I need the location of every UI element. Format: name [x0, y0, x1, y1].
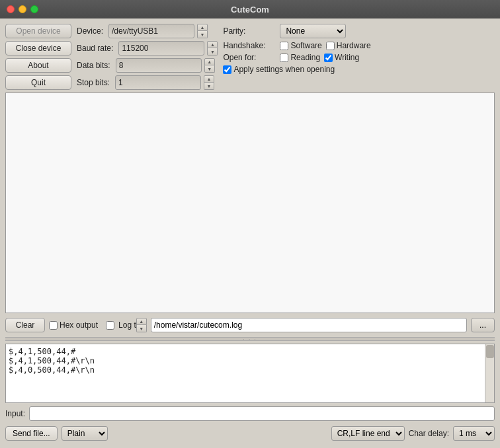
- app-title: CuteCom: [231, 5, 269, 15]
- terminal-area[interactable]: [5, 93, 495, 313]
- baud-rate-input[interactable]: [118, 41, 204, 56]
- software-checkbox[interactable]: [280, 42, 288, 50]
- stop-bits-down-arrow[interactable]: ▼: [204, 83, 214, 90]
- baud-rate-spinner[interactable]: ▲ ▼: [207, 41, 218, 56]
- output-line-2: $,4,1,500,44,#\r\n: [9, 356, 491, 365]
- output-area[interactable]: $,4,1,500,44,# $,4,1,500,44,#\r\n $,4,0,…: [5, 344, 495, 403]
- char-delay-select[interactable]: 1 ms 5 ms 10 ms: [453, 426, 495, 441]
- data-bits-down-arrow[interactable]: ▼: [204, 65, 215, 73]
- right-panel: Parity: None Odd Even Handshake: Softwar…: [223, 24, 495, 90]
- reading-checkbox[interactable]: [280, 54, 288, 62]
- browse-button[interactable]: ...: [471, 318, 495, 332]
- main-content: Open device Close device About Quit Devi…: [0, 19, 500, 448]
- close-device-button[interactable]: Close device: [5, 41, 71, 56]
- writing-checkbox-label[interactable]: Writing: [324, 53, 359, 62]
- baud-rate-down-arrow[interactable]: ▼: [207, 48, 218, 56]
- baud-rate-up-arrow[interactable]: ▲: [207, 41, 218, 48]
- data-bits-up-arrow[interactable]: ▲: [204, 58, 215, 65]
- line-end-select[interactable]: CR,LF line end CR line end LF line end N…: [331, 426, 405, 441]
- stop-bits-label: Stop bits:: [77, 78, 112, 87]
- send-row: Send file... Plain Hex CR,LF line end CR…: [5, 424, 495, 443]
- data-bits-label: Data bits:: [77, 61, 113, 70]
- parity-row: Parity: None Odd Even: [223, 24, 495, 38]
- parity-select[interactable]: None Odd Even: [280, 24, 346, 38]
- close-button[interactable]: [7, 5, 15, 13]
- traffic-lights[interactable]: [7, 5, 38, 13]
- open-for-row: Open for: Reading Writing: [223, 53, 495, 62]
- log-path-input[interactable]: [151, 318, 467, 332]
- stop-bits-input[interactable]: [115, 75, 201, 90]
- scrollbar-track[interactable]: [485, 344, 494, 402]
- scrollbar-thumb[interactable]: [486, 345, 494, 358]
- hardware-checkbox[interactable]: [326, 42, 335, 50]
- data-bits-spinner[interactable]: ▲ ▼: [204, 58, 215, 73]
- hex-output-checkbox[interactable]: [49, 321, 58, 330]
- stop-bits-spinner[interactable]: ▲ ▼: [204, 75, 214, 90]
- input-field[interactable]: [29, 406, 495, 421]
- hardware-checkbox-label[interactable]: Hardware: [326, 41, 371, 50]
- char-delay-label: Char delay:: [409, 429, 449, 438]
- open-for-label: Open for:: [223, 53, 276, 62]
- open-device-button[interactable]: Open device: [5, 24, 71, 38]
- writing-label: Writing: [335, 53, 359, 62]
- apply-settings-label: Apply settings when opening: [233, 65, 335, 74]
- device-input[interactable]: [108, 24, 194, 38]
- device-spinner[interactable]: ▲ ▼: [197, 24, 208, 38]
- hex-output-label: Hex output: [60, 320, 98, 330]
- splitter[interactable]: · · ·: [5, 337, 495, 341]
- device-label: Device:: [77, 26, 106, 36]
- mode-select[interactable]: Plain Hex: [62, 426, 108, 441]
- bottom-bar: Clear Hex output Log to: ▲ ▼ ...: [5, 316, 495, 334]
- reading-checkbox-label[interactable]: Reading: [280, 53, 320, 62]
- output-line-1: $,4,1,500,44,#: [9, 347, 491, 356]
- maximize-button[interactable]: [30, 5, 38, 13]
- splitter-indicator: · · ·: [243, 336, 257, 342]
- controls-area: Open device Close device About Quit Devi…: [5, 24, 495, 90]
- log-down-arrow[interactable]: ▼: [136, 325, 147, 332]
- clear-button[interactable]: Clear: [5, 318, 45, 332]
- apply-settings-checkbox[interactable]: [223, 65, 231, 74]
- apply-settings-row: Apply settings when opening: [223, 65, 495, 74]
- about-button[interactable]: About: [5, 58, 71, 73]
- software-checkbox-label[interactable]: Software: [280, 41, 321, 50]
- hex-output-checkbox-label[interactable]: Hex output: [49, 320, 98, 330]
- device-down-arrow[interactable]: ▼: [197, 31, 208, 38]
- handshake-row: Handshake: Software Hardware: [223, 41, 495, 50]
- input-label: Input:: [5, 409, 25, 418]
- hardware-label: Hardware: [337, 41, 371, 50]
- data-bits-input[interactable]: [116, 58, 202, 73]
- writing-checkbox[interactable]: [324, 54, 333, 62]
- left-buttons: Open device Close device About Quit: [5, 24, 71, 90]
- title-bar: CuteCom: [0, 0, 500, 19]
- send-file-button[interactable]: Send file...: [5, 426, 58, 441]
- handshake-label: Handshake:: [223, 41, 276, 50]
- minimize-button[interactable]: [19, 5, 26, 13]
- quit-button[interactable]: Quit: [5, 75, 71, 90]
- log-up-arrow[interactable]: ▲: [136, 318, 147, 325]
- stop-bits-up-arrow[interactable]: ▲: [204, 75, 214, 83]
- baud-rate-label: Baud rate:: [77, 44, 116, 53]
- reading-label: Reading: [290, 53, 320, 62]
- apply-settings-checkbox-label[interactable]: Apply settings when opening: [223, 65, 335, 74]
- input-row: Input:: [5, 406, 495, 422]
- output-line-3: $,4,0,500,44,#\r\n: [9, 365, 491, 375]
- device-up-arrow[interactable]: ▲: [197, 24, 208, 31]
- software-label: Software: [290, 41, 321, 50]
- parity-label: Parity:: [223, 26, 276, 36]
